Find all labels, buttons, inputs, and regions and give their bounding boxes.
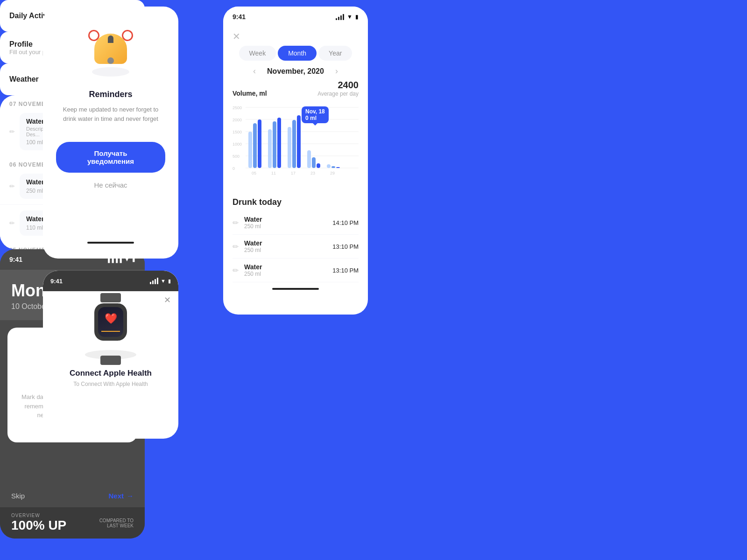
arrow-right-icon: → xyxy=(127,492,134,500)
overview-left: OVERVIEW 100% UP xyxy=(11,513,66,533)
chart-close-button[interactable]: ✕ xyxy=(233,31,240,42)
history-item-info: Water 250 ml xyxy=(26,178,44,194)
svg-rect-24 xyxy=(327,164,331,168)
svg-rect-19 xyxy=(292,120,296,168)
overview-bar: OVERVIEW 100% UP COMPARED TO LAST WEEK xyxy=(0,507,145,539)
next-label: Next xyxy=(108,492,124,500)
close-button[interactable]: ✕ xyxy=(164,295,171,305)
home-indicator xyxy=(87,242,134,244)
drink-item: ✏ Water 250 ml 13:10 PM xyxy=(233,235,359,259)
tab-year[interactable]: Year xyxy=(318,46,352,61)
volume-label: Volume, ml xyxy=(233,90,267,97)
home-bar xyxy=(272,288,319,290)
connect-title: Connect Apple Health xyxy=(70,369,152,378)
status-icons: ▼ ▮ xyxy=(150,278,171,284)
month-label: November, 2020 xyxy=(267,67,324,76)
svg-text:05: 05 xyxy=(252,171,256,175)
wifi-icon: ▼ xyxy=(161,278,166,284)
svg-text:1000: 1000 xyxy=(233,142,242,147)
connect-description: To Connect With Apple Health xyxy=(73,381,148,387)
reminders-card: Reminders Keep me updated to never forge… xyxy=(43,7,178,259)
svg-text:2000: 2000 xyxy=(233,118,242,122)
apple-health-card: 9:41 ▼ ▮ ✕ ❤️ Connect Apple Health To Co… xyxy=(43,271,178,439)
month-navigation: ‹ November, 2020 › xyxy=(223,64,368,80)
chart-status-icons: ▼ ▮ xyxy=(336,14,359,20)
svg-text:23: 23 xyxy=(310,171,315,175)
chart-card: 9:41 ▼ ▮ ✕ Week Month Year ‹ November, 2… xyxy=(223,7,368,315)
overview-label: OVERVIEW xyxy=(11,513,66,518)
calendar-actions: Skip Next → xyxy=(0,492,145,507)
svg-rect-15 xyxy=(268,129,272,168)
tab-month[interactable]: Month xyxy=(278,46,317,61)
calendar-status-time: 9:41 xyxy=(9,256,22,263)
battery-icon: ▮ xyxy=(355,14,359,20)
svg-rect-22 xyxy=(312,157,316,168)
tab-week[interactable]: Week xyxy=(239,46,276,61)
svg-rect-17 xyxy=(277,118,281,168)
edit-icon[interactable]: ✏ xyxy=(233,218,239,227)
wifi-icon: ▼ xyxy=(347,14,352,20)
svg-text:11: 11 xyxy=(271,171,276,175)
drink-info: Water 250 ml xyxy=(244,216,332,230)
drunk-today-section: Drunk today ✏ Water 250 ml 14:10 PM ✏ Wa… xyxy=(223,192,368,295)
drink-info: Water 250 ml xyxy=(244,239,332,253)
edit-pencil-icon[interactable]: ✏ xyxy=(9,128,15,135)
next-month-button[interactable]: › xyxy=(335,66,338,76)
get-notifications-button[interactable]: Получать уведомления xyxy=(56,142,165,173)
status-bar: 9:41 ▼ ▮ xyxy=(43,271,178,291)
bell-illustration xyxy=(83,25,139,77)
avg-value: 2400 xyxy=(317,80,359,91)
edit-icon[interactable]: ✏ xyxy=(233,242,239,251)
svg-rect-14 xyxy=(258,119,261,168)
chart-tooltip: Nov, 18 0 ml xyxy=(302,106,329,123)
edit-icon[interactable]: ✏ xyxy=(233,266,239,275)
phone-status-bar: 9:41 ▼ ▮ xyxy=(223,7,368,27)
svg-rect-25 xyxy=(331,166,335,168)
battery-icon: ▮ xyxy=(168,278,171,284)
svg-rect-21 xyxy=(307,150,311,168)
reminders-description: Keep me updated to never forget to drink… xyxy=(56,105,165,123)
next-button[interactable]: Next → xyxy=(108,492,134,500)
overview-compared: COMPARED TO LAST WEEK xyxy=(99,518,134,528)
reminders-title: Reminders xyxy=(89,90,132,99)
skip-button[interactable]: Skip xyxy=(11,492,25,500)
svg-rect-18 xyxy=(288,127,291,168)
history-item-info: Water 110 ml xyxy=(26,215,44,231)
bell-wave xyxy=(83,25,139,77)
edit-pencil-icon[interactable]: ✏ xyxy=(9,182,15,190)
svg-text:0: 0 xyxy=(233,166,235,171)
signal-icon xyxy=(150,278,158,284)
watch-strap-top xyxy=(100,293,121,302)
watch-screen: ❤️ xyxy=(98,307,123,337)
chart-header: ✕ xyxy=(223,27,368,42)
avg-label: Average per day xyxy=(317,91,359,97)
svg-text:1500: 1500 xyxy=(233,130,242,134)
edit-pencil-icon[interactable]: ✏ xyxy=(9,219,15,227)
svg-rect-26 xyxy=(336,167,340,168)
svg-rect-13 xyxy=(253,123,257,168)
svg-text:17: 17 xyxy=(291,171,296,175)
heart-icon: ❤️ xyxy=(105,313,117,325)
drink-item: ✏ Water 250 ml 14:10 PM xyxy=(233,211,359,235)
overview-value: 100% UP xyxy=(11,518,66,533)
svg-text:2500: 2500 xyxy=(233,105,242,110)
drink-info: Water 250 ml xyxy=(244,263,332,277)
svg-rect-12 xyxy=(248,132,252,168)
ecg-line xyxy=(101,326,120,332)
bar-chart: 2500 2000 1500 1000 500 0 xyxy=(233,99,359,183)
watch-body: ❤️ xyxy=(94,303,127,341)
signal-bars xyxy=(336,14,344,20)
tab-row: Week Month Year xyxy=(223,42,368,64)
status-time: 9:41 xyxy=(50,278,63,285)
prev-month-button[interactable]: ‹ xyxy=(253,66,256,76)
drunk-today-title: Drunk today xyxy=(233,197,359,207)
chart-status-time: 9:41 xyxy=(233,13,246,21)
svg-text:29: 29 xyxy=(330,171,335,175)
chart-area: Volume, ml 2400 Average per day 2500 200… xyxy=(223,80,368,192)
svg-rect-23 xyxy=(317,163,320,168)
drink-item: ✏ Water 250 ml 13:10 PM xyxy=(233,259,359,282)
svg-rect-16 xyxy=(273,121,276,168)
svg-text:500: 500 xyxy=(233,154,240,159)
watch-strap-bottom xyxy=(100,356,121,365)
not-now-button[interactable]: Не сейчас xyxy=(94,181,127,189)
